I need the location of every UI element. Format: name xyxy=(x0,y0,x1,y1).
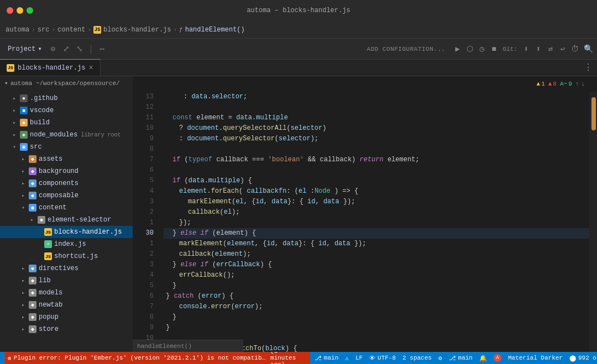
line-ending-status[interactable]: LF xyxy=(355,355,363,361)
sidebar-item-github[interactable]: ● .github xyxy=(0,92,133,104)
profile-icon[interactable]: ◷ xyxy=(478,45,486,54)
folder-icon-models: ◆ xyxy=(29,289,36,297)
sidebar-item-label: blocks-handler.js xyxy=(54,228,122,236)
git-push-icon[interactable]: ⬆ xyxy=(534,45,543,54)
code-line xyxy=(164,165,597,176)
collapse-icon xyxy=(11,95,18,102)
vue-file-icon: ≡ xyxy=(44,240,52,248)
js-file-icon: JS xyxy=(44,228,52,236)
run-icon[interactable]: ▶ xyxy=(453,45,462,54)
tab-close-icon[interactable]: × xyxy=(88,64,93,72)
code-line: }); xyxy=(164,218,597,228)
breadcrumb-automa[interactable]: automa xyxy=(6,26,29,34)
close-button[interactable] xyxy=(7,7,13,14)
sidebar-item-label: node_modules xyxy=(30,131,77,139)
folder-icon-lib: ◆ xyxy=(29,277,36,284)
collapse-icon xyxy=(20,277,27,284)
function-label-bottom: handleElement() xyxy=(137,343,192,350)
git-revert-icon[interactable]: ↩ xyxy=(558,45,567,54)
add-config-button[interactable]: ADD CONFIGURATION... xyxy=(364,45,449,54)
nav-up-icon[interactable]: ↑ xyxy=(575,81,579,87)
sidebar-item-store[interactable]: ◆ store xyxy=(0,323,133,335)
code-line: : document.querySelector(selector); xyxy=(164,134,597,144)
vcs-status[interactable]: ⎇ main xyxy=(449,355,473,362)
code-line xyxy=(164,144,597,155)
breadcrumb-src[interactable]: src xyxy=(38,26,50,34)
breadcrumb-file[interactable]: JS blocks-handler.js xyxy=(93,26,171,34)
avatar-status[interactable]: A xyxy=(494,354,501,362)
maximize-button[interactable] xyxy=(27,7,33,14)
sidebar-item-element-selector[interactable]: ◆ element-selector xyxy=(0,214,133,226)
code-line: if (typeof callback === 'boolean' && cal… xyxy=(164,155,597,165)
sidebar-item-index[interactable]: ≡ index.js xyxy=(0,238,133,250)
nav-down-icon[interactable]: ↓ xyxy=(581,81,585,87)
sidebar-item-models[interactable]: ◆ models xyxy=(0,287,133,299)
breadcrumb-function[interactable]: ƒ handleElement() xyxy=(179,26,245,34)
info-icon: A~ xyxy=(560,81,567,87)
notifications-status[interactable]: 🔔 xyxy=(479,355,487,362)
sidebar-item-popup[interactable]: ◆ popup xyxy=(0,311,133,323)
breadcrumb-content[interactable]: content xyxy=(57,26,85,34)
sidebar-item-label: background xyxy=(39,167,78,175)
indent-status[interactable]: 2 spaces xyxy=(402,355,432,361)
sidebar-item-src[interactable]: ◉ src xyxy=(0,141,133,153)
expand-icon xyxy=(11,144,18,150)
sidebar-tree: ● .github ■ vscode ◆ build ◈ xyxy=(0,90,133,337)
warnings-status[interactable]: ⚠ xyxy=(345,355,349,362)
sidebar-item-directives[interactable]: ◆ directives xyxy=(0,262,133,275)
search-icon[interactable]: 🔍 xyxy=(584,45,593,54)
sidebar-item-label: content xyxy=(39,204,66,212)
code-line: callback(element); xyxy=(164,249,597,260)
collapse-icon xyxy=(11,131,18,138)
git-branch-status[interactable]: ⎇ main xyxy=(315,355,338,362)
chevron-down-icon: ▾ xyxy=(38,45,41,53)
sidebar-item-newtab[interactable]: ◆ newtab xyxy=(0,299,133,311)
code-line-active: } else if (element) { xyxy=(164,228,597,239)
breadcrumb-bar: automa › src › content › JS blocks-handl… xyxy=(0,21,597,39)
js-icon: JS xyxy=(93,26,101,34)
git-merge-icon[interactable]: ⇄ xyxy=(546,45,555,54)
function-icon: ƒ xyxy=(179,27,183,33)
error-count: 8 xyxy=(553,81,557,87)
settings-status[interactable]: ⚙ xyxy=(438,355,442,362)
sidebar-item-content[interactable]: ◉ content xyxy=(0,202,133,214)
tabs-more-button[interactable]: ⋮ xyxy=(579,59,597,76)
tab-blocks-handler[interactable]: JS blocks-handler.js × xyxy=(0,59,101,76)
sidebar-item-shortcut[interactable]: JS shortcut.js xyxy=(0,250,133,262)
sidebar-item-node-modules[interactable]: ◈ node_modules library root xyxy=(0,129,133,141)
project-selector[interactable]: Project ▾ xyxy=(4,44,45,54)
tab-js-icon: JS xyxy=(7,64,14,72)
more-icon[interactable]: ⋯ xyxy=(98,45,107,54)
encoding-status[interactable]: 👁 UTF-8 xyxy=(369,355,396,362)
project-root-label: automa ~/workspace/opensource/ xyxy=(11,80,120,87)
sidebar-item-composable[interactable]: ◆ composable xyxy=(0,189,133,202)
sidebar-item-blocks-handler[interactable]: JS blocks-handler.js xyxy=(0,226,133,238)
debug-icon[interactable]: ⬡ xyxy=(465,45,474,54)
sidebar-item-components[interactable]: ◆ components xyxy=(0,177,133,189)
stop-icon[interactable]: ■ xyxy=(490,45,499,54)
expand-icon[interactable]: ⤢ xyxy=(62,45,71,54)
code-line: } xyxy=(164,323,597,333)
code-line: } xyxy=(164,281,597,291)
sidebar-item-lib[interactable]: ◆ lib xyxy=(0,275,133,287)
sidebar-item-assets[interactable]: ◆ assets xyxy=(0,153,133,165)
sidebar-item-vscode[interactable]: ■ vscode xyxy=(0,104,133,117)
status-error[interactable]: ⊗ Plugin error: Plugin 'Ember.js' (versi… xyxy=(4,352,310,364)
code-editor[interactable]: 13 12 11 10 9 8 7 6 5 4 3 2 1 30 1 2 3 4… xyxy=(133,92,597,352)
git-pull-icon[interactable]: ⬇ xyxy=(522,45,531,54)
toolbar: Project ▾ ⊙ ⤢ ⤡ ⋯ ADD CONFIGURATION... ▶… xyxy=(0,39,597,60)
target-icon[interactable]: ⊙ xyxy=(49,45,57,54)
info-count: 9 xyxy=(568,81,572,87)
folder-icon-newtab: ◆ xyxy=(29,301,36,309)
editor-area: ▲ 1 ▲ 8 A~ 9 ↑ ↓ 13 12 11 10 xyxy=(133,76,597,352)
sidebar-item-build[interactable]: ◆ build xyxy=(0,117,133,129)
git-history-icon[interactable]: ⏱ xyxy=(570,45,579,54)
sidebar-item-background[interactable]: ◆ background xyxy=(0,165,133,177)
memory-status[interactable]: ⬤ 992 of 2048M xyxy=(569,355,597,362)
collapse-icon[interactable]: ⤡ xyxy=(75,45,84,54)
code-line: : data.selector; xyxy=(164,92,597,102)
theme-status[interactable]: Material Darker xyxy=(508,355,563,361)
sidebar-item-label: src xyxy=(30,143,42,151)
folder-icon-assets: ◆ xyxy=(29,155,36,163)
minimize-button[interactable] xyxy=(17,7,23,14)
